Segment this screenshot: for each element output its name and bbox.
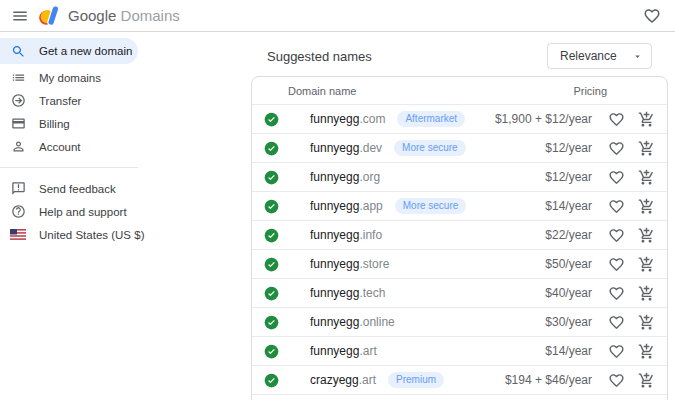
domain-price: $14/year — [545, 199, 592, 213]
add-to-cart-button[interactable] — [638, 256, 655, 273]
domain-name: funnyegg.com — [310, 112, 385, 126]
add-to-cart-button[interactable] — [638, 111, 655, 128]
favorite-button[interactable] — [608, 140, 625, 157]
table-row[interactable]: funnyegg.app More secure $14/year — [252, 192, 667, 221]
column-header-pricing: Pricing — [573, 85, 607, 97]
domain-badge: More secure — [394, 140, 466, 156]
main-content: Suggested names Relevance Domain name Pr… — [138, 32, 675, 400]
top-app-bar: Google Domains — [0, 0, 675, 32]
favorite-button[interactable] — [608, 256, 625, 273]
heart-icon — [608, 169, 625, 186]
sidebar-divider — [0, 167, 138, 168]
app-title-secondary: Domains — [121, 7, 180, 24]
favorite-button[interactable] — [608, 343, 625, 360]
sidebar-item-label: Transfer — [39, 95, 81, 107]
add-shopping-cart-icon — [638, 198, 655, 215]
sidebar-item-transfer[interactable]: Transfer — [0, 89, 138, 112]
available-check-icon — [264, 112, 279, 127]
domain-price: $1,900 + $12/year — [495, 112, 592, 126]
domain-badge: More secure — [395, 198, 467, 214]
domain-price: $40/year — [545, 286, 592, 300]
available-check-icon — [264, 141, 279, 156]
sidebar-item-send-feedback[interactable]: Send feedback — [0, 177, 138, 200]
sidebar-item-billing[interactable]: Billing — [0, 112, 138, 135]
table-row[interactable]: funnyegg.online $30/year — [252, 308, 667, 337]
add-to-cart-button[interactable] — [638, 227, 655, 244]
table-header-row: Domain name Pricing — [252, 77, 667, 105]
domain-price: $12/year — [545, 170, 592, 184]
table-row[interactable]: funnyegg.org $12/year — [252, 163, 667, 192]
sidebar-item-get-a-new-domain[interactable]: Get a new domain — [0, 38, 138, 64]
heart-icon — [608, 285, 625, 302]
person-icon — [10, 139, 26, 155]
table-row[interactable]: funnyegg.tech $40/year — [252, 279, 667, 308]
available-check-icon — [264, 228, 279, 243]
domain-tld: .art — [359, 373, 376, 387]
sidebar-item-label: Help and support — [39, 206, 127, 218]
add-to-cart-button[interactable] — [638, 343, 655, 360]
available-check-icon — [264, 170, 279, 185]
domain-sld: funnyegg — [310, 112, 359, 126]
domain-name: crazyegg.art — [310, 373, 376, 387]
table-row[interactable]: funnyegg.com Aftermarket $1,900 + $12/ye… — [252, 105, 667, 134]
domain-name: funnyegg.info — [310, 228, 382, 242]
favorite-button[interactable] — [608, 372, 625, 389]
add-to-cart-button[interactable] — [638, 285, 655, 302]
add-to-cart-button[interactable] — [638, 169, 655, 186]
add-shopping-cart-icon — [638, 314, 655, 331]
add-shopping-cart-icon — [638, 111, 655, 128]
add-shopping-cart-icon — [638, 372, 655, 389]
favorite-button[interactable] — [608, 314, 625, 331]
favorite-button[interactable] — [608, 169, 625, 186]
sort-dropdown[interactable]: Relevance — [547, 43, 652, 69]
results-header: Suggested names Relevance — [251, 43, 668, 69]
add-to-cart-button[interactable] — [638, 198, 655, 215]
domain-sld: crazyegg — [310, 373, 359, 387]
add-to-cart-button[interactable] — [638, 314, 655, 331]
app-title-primary: Google — [68, 7, 116, 24]
sidebar-item-account[interactable]: Account — [0, 135, 138, 158]
favorite-button[interactable] — [608, 227, 625, 244]
sidebar-item-label: United States (US $) — [39, 229, 144, 241]
favorite-button[interactable] — [608, 111, 625, 128]
table-row[interactable]: funnyegg.info $22/year — [252, 221, 667, 250]
table-row[interactable]: crazyegg.art Premium $194 + $46/year — [252, 366, 667, 395]
add-shopping-cart-icon — [638, 256, 655, 273]
sidebar-item-region-currency[interactable]: United States (US $) — [0, 223, 138, 246]
domain-sld: funnyegg — [310, 228, 359, 242]
sidebar-item-my-domains[interactable]: My domains — [0, 66, 138, 89]
domain-sld: funnyegg — [310, 199, 359, 213]
sidebar-item-label: Billing — [39, 118, 70, 130]
domain-name: funnyegg.store — [310, 257, 389, 271]
favorite-button[interactable] — [608, 285, 625, 302]
table-row[interactable]: funnyegg.dev More secure $12/year — [252, 134, 667, 163]
domain-name: funnyegg.tech — [310, 286, 385, 300]
heart-icon — [608, 140, 625, 157]
domain-tld: .online — [359, 315, 394, 329]
domain-sld: funnyegg — [310, 344, 359, 358]
domain-price: $14/year — [545, 344, 592, 358]
domain-sld: funnyegg — [310, 170, 359, 184]
add-shopping-cart-icon — [638, 140, 655, 157]
available-check-icon — [264, 344, 279, 359]
sidebar-item-help-and-support[interactable]: Help and support — [0, 200, 138, 223]
hamburger-menu-icon[interactable] — [8, 4, 32, 28]
table-body: funnyegg.com Aftermarket $1,900 + $12/ye… — [252, 105, 667, 395]
add-to-cart-button[interactable] — [638, 372, 655, 389]
favorite-button[interactable] — [608, 198, 625, 215]
add-shopping-cart-icon — [638, 343, 655, 360]
domain-sld: funnyegg — [310, 286, 359, 300]
table-row[interactable]: funnyegg.store $50/year — [252, 250, 667, 279]
transfer-icon — [10, 93, 26, 109]
suggested-domains-table: Domain name Pricing funnyegg.com Afterma… — [251, 76, 668, 400]
feedback-icon — [10, 181, 26, 197]
app-title: Google Domains — [68, 7, 180, 24]
us-flag-icon — [10, 227, 26, 243]
available-check-icon — [264, 373, 279, 388]
sort-dropdown-value: Relevance — [560, 49, 617, 63]
favorites-heart-icon[interactable] — [643, 7, 661, 25]
table-row[interactable]: funnyegg.art $14/year — [252, 337, 667, 366]
add-to-cart-button[interactable] — [638, 140, 655, 157]
heart-icon — [608, 372, 625, 389]
domain-price: $22/year — [545, 228, 592, 242]
